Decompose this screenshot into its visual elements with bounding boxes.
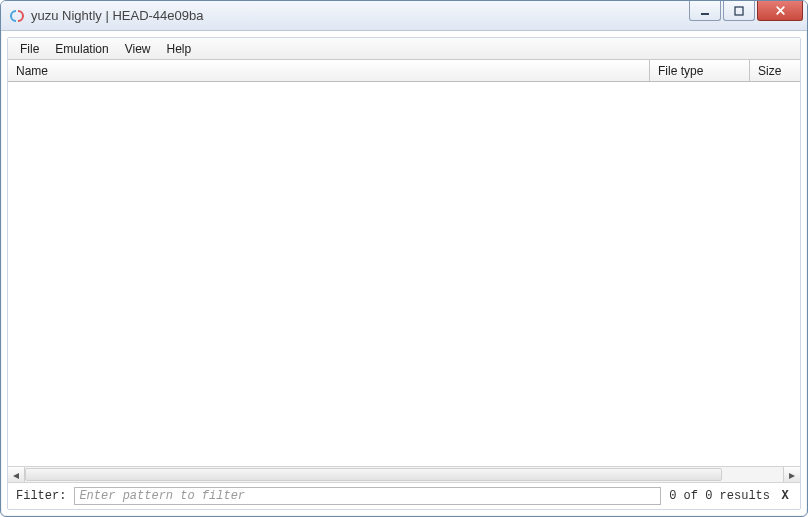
window-title: yuzu Nightly | HEAD-44e09ba [31, 8, 203, 23]
menubar: File Emulation View Help [8, 38, 800, 60]
app-icon [9, 8, 25, 24]
filter-input[interactable] [74, 487, 661, 505]
svg-rect-1 [735, 7, 743, 15]
menu-view[interactable]: View [117, 38, 159, 59]
maximize-button[interactable] [723, 1, 755, 21]
column-header-name[interactable]: Name [8, 60, 650, 81]
filter-bar: Filter: 0 of 0 results X [8, 483, 800, 509]
game-list[interactable] [8, 82, 800, 466]
menu-emulation[interactable]: Emulation [47, 38, 116, 59]
window-controls [689, 1, 803, 21]
svg-rect-0 [701, 13, 709, 15]
scroll-thumb[interactable] [25, 468, 722, 481]
menu-file[interactable]: File [12, 38, 47, 59]
scroll-left-icon[interactable]: ◂ [8, 467, 25, 482]
filter-label: Filter: [16, 489, 66, 503]
titlebar[interactable]: yuzu Nightly | HEAD-44e09ba [1, 1, 807, 31]
column-header-file-type[interactable]: File type [650, 60, 750, 81]
client-area: File Emulation View Help Name File type … [7, 37, 801, 510]
column-header-size[interactable]: Size [750, 60, 800, 81]
column-headers: Name File type Size [8, 60, 800, 82]
scroll-right-icon[interactable]: ▸ [783, 467, 800, 482]
scroll-track[interactable] [25, 467, 783, 482]
menu-help[interactable]: Help [159, 38, 200, 59]
minimize-button[interactable] [689, 1, 721, 21]
horizontal-scrollbar[interactable]: ◂ ▸ [8, 466, 800, 483]
close-button[interactable] [757, 1, 803, 21]
filter-clear-button[interactable]: X [778, 489, 792, 503]
app-window: yuzu Nightly | HEAD-44e09ba File Emulati… [0, 0, 808, 517]
filter-results: 0 of 0 results [669, 489, 770, 503]
